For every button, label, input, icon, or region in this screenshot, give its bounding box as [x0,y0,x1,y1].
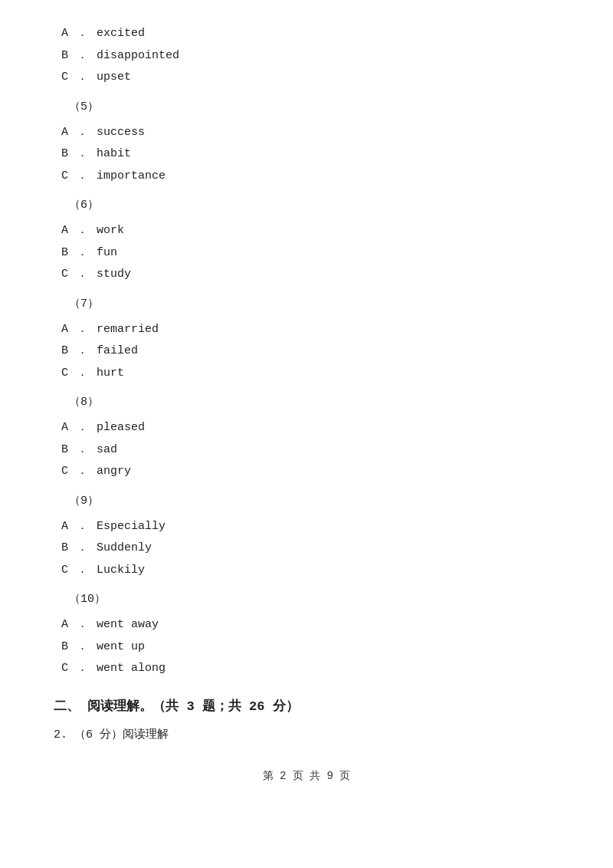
q5-option-a: A ． success [61,122,559,144]
q9-option-b: B ． Suddenly [61,538,559,560]
question-8-group: （8） A ． pleased B ． sad C ． angry [54,392,559,483]
q7-option-c: C ． hurt [61,363,559,385]
page-footer: 第 2 页 共 9 页 [54,769,559,783]
content-area: A ． excited B ． disappointed C ． upset （… [54,23,559,746]
q7-option-b: B ． failed [61,340,559,363]
q6-option-a: A ． work [61,220,559,242]
q9-option-a: A ． Especially [61,516,559,538]
option-a: A ． excited [61,23,559,45]
question-9-number: （9） [69,491,559,511]
q10-option-b: B ． went up [61,636,559,659]
question-7-group: （7） A ． remarried B ． failed C ． hurt [54,294,559,385]
q10-option-c: C ． went along [61,658,559,680]
q9-option-c: C ． Luckily [61,560,559,582]
option-c: C ． upset [61,67,559,89]
question-9-group: （9） A ． Especially B ． Suddenly C ． Luck… [54,491,559,582]
q8-option-a: A ． pleased [61,417,559,439]
q7-option-a: A ． remarried [61,319,559,341]
q5-option-b: B ． habit [61,143,559,166]
question-6-group: （6） A ． work B ． fun C ． study [54,195,559,286]
q8-option-c: C ． angry [61,461,559,483]
question-10-number: （10） [69,589,559,610]
option-b: B ． disappointed [61,45,559,67]
option-group-initial: A ． excited B ． disappointed C ． upset [54,23,559,89]
q8-option-b: B ． sad [61,439,559,462]
question-6-number: （6） [69,195,559,215]
question-5-group: （5） A ． success B ． habit C ． importance [54,97,559,188]
question-7-number: （7） [69,294,559,314]
question-8-number: （8） [69,392,559,413]
q6-option-b: B ． fun [61,242,559,265]
q10-option-a: A ． went away [61,614,559,636]
q5-option-c: C ． importance [61,166,559,188]
q6-option-c: C ． study [61,264,559,286]
page-number-text: 第 2 页 共 9 页 [263,770,351,782]
sub-question-2: 2. （6 分）阅读理解 [54,725,559,747]
question-10-group: （10） A ． went away B ． went up C ． went … [54,589,559,680]
section-header: 二、 阅读理解。（共 3 题；共 26 分） [54,694,559,720]
question-5-number: （5） [69,97,559,117]
